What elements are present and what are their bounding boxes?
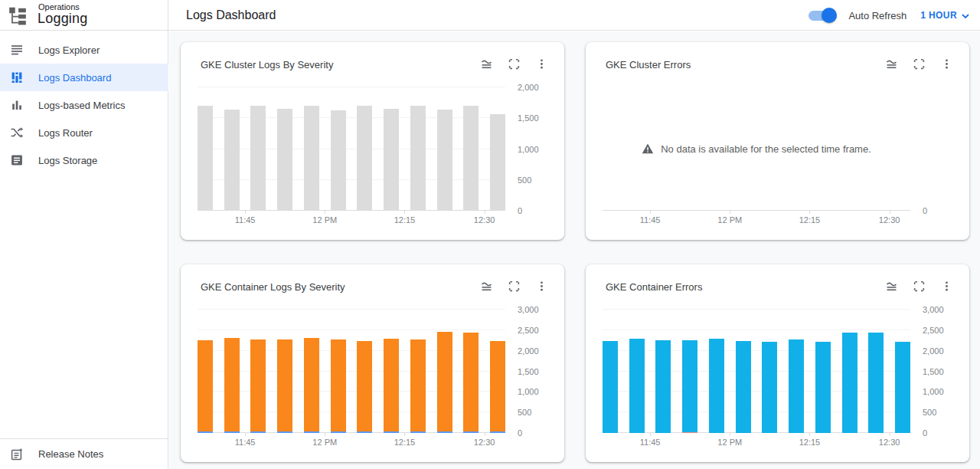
bar-bar-segment <box>224 110 240 211</box>
bar-bottom-segment <box>682 432 697 433</box>
bar-bar-segment <box>384 109 399 211</box>
x-axis-tick <box>404 211 405 214</box>
x-axis-tick <box>650 211 651 214</box>
sidebar-item-release-notes[interactable]: Release Notes <box>0 438 168 469</box>
bar-top-segment <box>842 333 858 433</box>
x-axis-tick <box>485 433 485 436</box>
bar-top-segment <box>463 333 479 431</box>
x-axis-tick <box>325 433 325 436</box>
bar-bottom-segment <box>198 431 213 433</box>
x-axis-tick-label: 12:30 <box>474 215 495 225</box>
logo[interactable]: Operations Logging <box>0 0 168 31</box>
bar-top-segment <box>603 341 618 433</box>
chart-title: GKE Cluster Logs By Severity <box>201 59 333 71</box>
x-axis-tick-label: 11:45 <box>640 215 661 225</box>
bar-top-segment <box>357 341 372 431</box>
more-vert-icon[interactable] <box>535 280 548 293</box>
gridline <box>603 309 910 310</box>
x-axis-line <box>198 432 505 433</box>
x-axis-tick-label: 11:45 <box>640 438 661 447</box>
chart-legend-icon[interactable] <box>480 280 493 293</box>
x-axis-tick <box>485 211 485 214</box>
gridline <box>603 371 910 372</box>
y-axis-tick-label: 1,000 <box>518 387 554 396</box>
x-axis-tick-label: 12:30 <box>474 438 495 447</box>
sidebar-item-logs-based-metrics[interactable]: Logs-based Metrics <box>0 91 168 119</box>
chart-card-gke-cluster-errors: GKE Cluster Errors 011:4512 PM12:1512:30… <box>586 42 969 240</box>
x-axis-line <box>198 210 505 211</box>
x-axis-tick-label: 12:15 <box>394 215 416 225</box>
sidebar-item-logs-dashboard[interactable]: Logs Dashboard <box>0 64 168 91</box>
y-axis-tick-label: 2,000 <box>518 83 554 92</box>
release-notes-label: Release Notes <box>38 448 103 460</box>
x-axis-tick-label: 11:45 <box>235 438 256 447</box>
gridline <box>603 350 910 351</box>
gridline <box>198 149 505 149</box>
gridline <box>603 330 910 330</box>
y-axis-tick-label: 0 <box>923 206 959 215</box>
no-data-text: No data is available for the selected ti… <box>661 143 871 155</box>
fullscreen-icon[interactable] <box>913 280 926 293</box>
bar-bar-segment <box>437 110 452 211</box>
auto-refresh-toggle[interactable] <box>808 11 835 21</box>
bar-bar-segment <box>357 106 372 211</box>
bar-bar-segment <box>490 114 505 211</box>
chart-legend-icon[interactable] <box>480 57 493 71</box>
sidebar-item-logs-storage[interactable]: Logs Storage <box>0 146 168 174</box>
time-range-dropdown[interactable]: 1 HOUR <box>920 10 969 21</box>
y-axis-tick-label: 3,000 <box>518 305 554 314</box>
bar-top-segment <box>304 338 319 431</box>
sidebar-item-logs-explorer[interactable]: Logs Explorer <box>0 36 168 64</box>
fullscreen-icon[interactable] <box>508 57 521 71</box>
brand-name: Logging <box>38 11 87 27</box>
logs-explorer-icon <box>10 43 24 57</box>
x-axis-tick <box>730 211 730 214</box>
x-axis-tick <box>245 433 246 436</box>
bar-bottom-segment <box>277 431 292 433</box>
gridline <box>198 117 505 118</box>
bar-bottom-segment <box>437 431 452 433</box>
x-axis-tick <box>650 433 651 436</box>
x-axis-tick-label: 12 PM <box>717 438 742 447</box>
bar-top-segment <box>250 339 266 431</box>
y-axis-tick-label: 0 <box>518 428 554 438</box>
y-axis-tick-label: 1,500 <box>923 367 959 376</box>
fullscreen-icon[interactable] <box>508 280 521 293</box>
gridline <box>603 391 910 392</box>
gridline <box>603 412 910 412</box>
chart-legend-icon[interactable] <box>885 57 898 71</box>
fullscreen-icon[interactable] <box>913 57 926 71</box>
bar-bar-segment <box>331 110 346 211</box>
sidebar-item-logs-router[interactable]: Logs Router <box>0 119 168 146</box>
more-vert-icon[interactable] <box>535 57 548 71</box>
gridline <box>198 179 505 180</box>
bar-top-segment <box>868 333 884 433</box>
logs-storage-icon <box>10 153 24 167</box>
chart-actions <box>480 57 548 71</box>
y-axis-tick-label: 2,000 <box>518 346 554 356</box>
x-axis-tick-label: 12:15 <box>799 215 821 225</box>
chart-card-gke-container-logs-by-severity: GKE Container Logs By Severity 05001,000… <box>181 264 564 462</box>
x-axis-tick-label: 12:30 <box>879 215 900 225</box>
y-axis-tick-label: 1,500 <box>518 113 554 123</box>
more-vert-icon[interactable] <box>940 280 953 293</box>
bar-top-segment <box>709 339 724 433</box>
release-notes-icon <box>10 448 24 461</box>
bar-top-segment <box>655 340 671 433</box>
gridline <box>198 87 505 87</box>
logging-app: Operations Logging Logs Explorer <box>0 0 980 469</box>
more-vert-icon[interactable] <box>940 57 953 71</box>
chart-card-gke-cluster-logs-by-severity: GKE Cluster Logs By Severity 05001,0001,… <box>181 42 564 240</box>
bar-top-segment <box>682 340 697 432</box>
y-axis-tick-label: 0 <box>518 206 554 215</box>
chart-legend-icon[interactable] <box>885 280 898 293</box>
sidebar-item-label: Logs Dashboard <box>38 72 111 84</box>
bar-bottom-segment <box>490 431 505 433</box>
x-axis-tick <box>245 211 246 214</box>
bar-bar-segment <box>463 106 479 211</box>
chart-title: GKE Container Logs By Severity <box>201 281 345 293</box>
y-axis-tick-label: 500 <box>518 175 554 185</box>
bar-top-segment <box>277 339 292 431</box>
time-range-value: 1 HOUR <box>920 10 957 21</box>
x-axis-tick-label: 11:45 <box>235 215 256 225</box>
